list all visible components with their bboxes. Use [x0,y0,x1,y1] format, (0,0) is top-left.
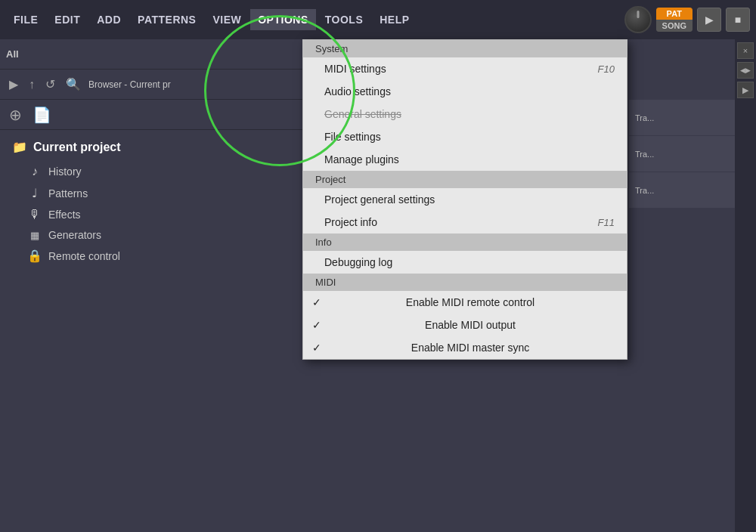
pat-song-toggle[interactable]: PAT SONG [656,8,692,32]
midi-settings-item[interactable]: MIDI settings F10 [303,57,627,80]
current-project-item[interactable]: 📁 Current project [9,136,293,158]
pat-button[interactable]: PAT [656,8,692,20]
stop-button[interactable]: ■ [726,8,750,32]
menu-edit[interactable]: EDIT [47,9,88,30]
enable-output-check: ✓ [312,319,323,331]
back-btn[interactable]: ↺ [42,76,58,93]
debugging-log-label: Debugging log [324,256,392,268]
effects-icon: 🎙 [27,208,42,221]
general-settings-label: General settings [324,108,401,120]
play-button[interactable]: ▶ [697,8,721,32]
enable-master-item[interactable]: ✓ Enable MIDI master sync [303,336,627,359]
track-item-3[interactable]: Tra... [629,172,735,209]
folder-icon: 📁 [12,140,27,154]
history-label: History [48,165,82,178]
menu-add[interactable]: ADD [89,9,129,30]
general-settings-item[interactable]: General settings [303,103,627,125]
song-button[interactable]: SONG [656,20,692,32]
master-knob[interactable] [624,6,652,33]
sidebar-arrows-btn[interactable]: ◀▶ [737,62,754,79]
menu-patterns[interactable]: PATTERNS [130,9,203,30]
browser-remote-item[interactable]: 🔒 Remote control [9,245,293,267]
sidebar-arrow-right-btn[interactable]: ▶ [737,82,754,98]
browser-patterns-item[interactable]: ♩ Patterns [9,182,293,204]
sidebar-close-btn[interactable]: × [737,42,754,59]
browser-history-item[interactable]: ♪ History [9,161,293,182]
toolbar: All [0,39,302,70]
track-item-2[interactable]: Tra... [629,136,735,172]
enable-remote-label: Enable MIDI remote control [406,296,534,308]
midi-settings-label: MIDI settings [324,63,386,75]
snap-icon[interactable]: ⊕ [6,104,25,125]
manage-plugins-label: Manage plugins [324,153,399,165]
project-info-label: Project info [324,216,377,228]
manage-plugins-item[interactable]: Manage plugins [303,148,627,171]
menu-view[interactable]: VIEW [205,9,249,30]
midi-settings-shortcut: F10 [598,63,615,75]
enable-output-item[interactable]: ✓ Enable MIDI output [303,314,627,336]
menu-bar: FILE EDIT ADD PATTERNS VIEW OPTIONS TOOL… [0,0,756,39]
remote-label: Remote control [48,250,120,262]
browser-toolbar: ▶ ↑ ↺ 🔍 Browser - Current pr [0,70,302,100]
remote-icon: 🔒 [27,249,42,263]
patterns-icon: ♩ [27,186,42,200]
menu-file[interactable]: FILE [6,9,45,30]
menu-tools[interactable]: TOOLS [318,9,370,30]
enable-output-label: Enable MIDI output [425,319,516,331]
enable-master-label: Enable MIDI master sync [411,342,529,354]
left-panel: All ▶ ↑ ↺ 🔍 Browser - Current pr ⊕ 📄 📁 C… [0,39,302,532]
knob-area: PAT SONG ▶ ■ [624,6,750,33]
browser-title: Browser - Current pr [88,79,171,90]
track-area: Tra... Tra... Tra... [629,39,735,209]
enable-master-check: ✓ [312,342,323,354]
play-icon: ▶ [705,14,714,26]
options-dropdown: System MIDI settings F10 Audio settings … [302,39,627,360]
sidebar-right: × ◀▶ ▶ [735,39,756,532]
file-icon[interactable]: 📄 [29,104,54,125]
generators-icon: ▦ [27,230,42,241]
toolbar-all-label: All [6,48,19,60]
project-section-header: Project [303,171,627,188]
system-section-header: System [303,40,627,57]
project-info-item[interactable]: Project info F11 [303,211,627,234]
browser-effects-item[interactable]: 🎙 Effects [9,204,293,225]
current-project-label: Current project [33,141,121,154]
snap-toolbar: ⊕ 📄 [0,100,302,130]
arrow-up-btn[interactable]: ↑ [26,76,38,93]
project-info-shortcut: F11 [598,217,615,228]
enable-remote-check: ✓ [312,296,323,308]
browser-generators-item[interactable]: ▦ Generators [9,225,293,245]
project-general-item[interactable]: Project general settings [303,188,627,211]
browser-content: 📁 Current project ♪ History ♩ Patterns 🎙… [0,130,302,273]
search-btn[interactable]: 🔍 [63,76,84,93]
midi-section-header: MIDI [303,274,627,291]
audio-settings-item[interactable]: Audio settings [303,80,627,103]
enable-remote-item[interactable]: ✓ Enable MIDI remote control [303,291,627,314]
patterns-label: Patterns [48,187,88,200]
menu-options[interactable]: OPTIONS [250,9,316,30]
track-item-1[interactable]: Tra... [629,100,735,136]
debugging-log-item[interactable]: Debugging log [303,251,627,274]
project-general-label: Project general settings [324,193,435,206]
stop-icon: ■ [735,14,741,26]
arrow-right-btn[interactable]: ▶ [6,76,21,93]
file-settings-item[interactable]: File settings [303,125,627,148]
file-settings-label: File settings [324,131,381,143]
audio-settings-label: Audio settings [324,85,391,97]
menu-help[interactable]: HELP [372,9,417,30]
generators-label: Generators [48,229,101,241]
info-section-header: Info [303,234,627,251]
history-icon: ♪ [27,165,42,178]
effects-label: Effects [48,209,81,221]
